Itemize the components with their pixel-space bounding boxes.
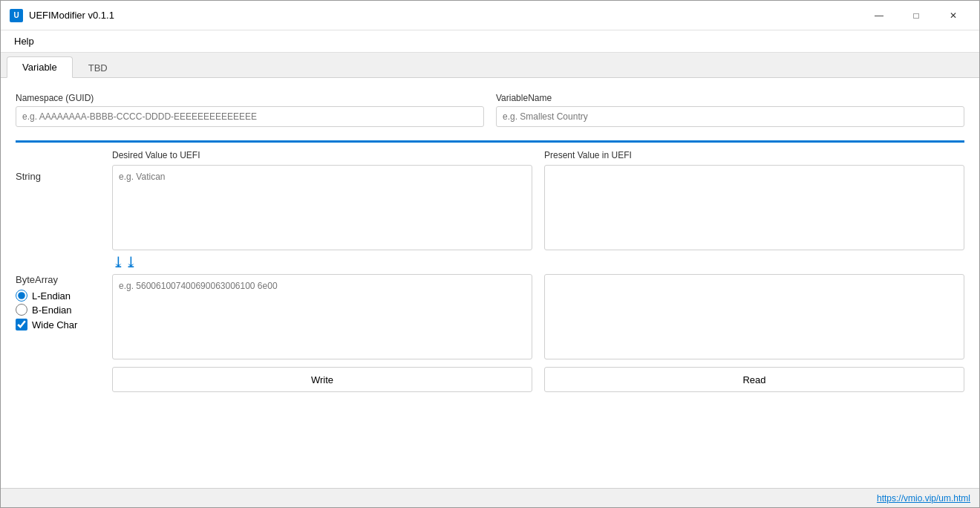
bytearray-present-textarea[interactable] bbox=[544, 274, 964, 359]
tab-bar: Variable TBD bbox=[1, 53, 979, 78]
app-icon: U bbox=[10, 9, 23, 22]
wide-char-label: Wide Char bbox=[32, 319, 77, 330]
namespace-group: Namespace (GUID) bbox=[16, 93, 484, 127]
radio-group: L-Endian B-Endian bbox=[16, 290, 112, 316]
namespace-label: Namespace (GUID) bbox=[16, 93, 484, 103]
double-chevron-icon: ⤓⤓ bbox=[112, 255, 137, 270]
blue-separator bbox=[16, 140, 964, 143]
varname-group: VariableName bbox=[496, 93, 964, 127]
lower-labels-row: Desired Value to UEFI Present Value in U… bbox=[112, 150, 964, 160]
read-button[interactable]: Read bbox=[544, 367, 964, 392]
string-row: String bbox=[16, 165, 964, 250]
bytearray-controls: ByteArray L-Endian B-Endian Wide Char bbox=[16, 274, 112, 330]
varname-label: VariableName bbox=[496, 93, 964, 103]
minimize-button[interactable]: — bbox=[862, 4, 896, 27]
radio-b-endian-input[interactable] bbox=[16, 304, 27, 316]
string-label: String bbox=[16, 165, 112, 182]
radio-l-endian-label: L-Endian bbox=[32, 290, 71, 302]
app-title: UEFIModifier v0.1.1 bbox=[29, 10, 862, 21]
radio-b-endian-label: B-Endian bbox=[32, 305, 71, 316]
title-bar: U UEFIModifier v0.1.1 — □ ✕ bbox=[1, 1, 979, 30]
bytearray-row: ByteArray L-Endian B-Endian Wide Char bbox=[16, 274, 964, 359]
radio-l-endian-input[interactable] bbox=[16, 290, 27, 302]
bytearray-label: ByteArray bbox=[16, 274, 112, 285]
varname-input[interactable] bbox=[496, 106, 964, 127]
radio-b-endian[interactable]: B-Endian bbox=[16, 304, 112, 316]
wide-char-checkbox[interactable] bbox=[16, 319, 27, 330]
buttons-row: Write Read bbox=[112, 367, 964, 392]
status-link[interactable]: https://vmio.vip/um.html bbox=[877, 493, 970, 504]
maximize-button[interactable]: □ bbox=[899, 4, 933, 27]
menu-item-help[interactable]: Help bbox=[7, 33, 42, 50]
desired-label: Desired Value to UEFI bbox=[112, 150, 532, 160]
checkbox-wide-char[interactable]: Wide Char bbox=[16, 319, 112, 330]
string-present-textarea[interactable] bbox=[544, 165, 964, 250]
main-content: Namespace (GUID) VariableName Desired Va… bbox=[1, 78, 979, 488]
lower-section: Desired Value to UEFI Present Value in U… bbox=[16, 150, 964, 473]
status-bar: https://vmio.vip/um.html bbox=[1, 488, 979, 507]
tab-variable[interactable]: Variable bbox=[7, 56, 73, 78]
window-controls: — □ ✕ bbox=[862, 4, 970, 27]
bytearray-desired-textarea[interactable] bbox=[112, 274, 532, 359]
string-textareas bbox=[112, 165, 964, 250]
radio-l-endian[interactable]: L-Endian bbox=[16, 290, 112, 302]
string-desired-textarea[interactable] bbox=[112, 165, 532, 250]
tab-tbd[interactable]: TBD bbox=[73, 57, 123, 78]
menu-bar: Help bbox=[1, 30, 979, 53]
namespace-input[interactable] bbox=[16, 106, 484, 127]
top-fields: Namespace (GUID) VariableName bbox=[16, 93, 964, 127]
write-button[interactable]: Write bbox=[112, 367, 532, 392]
chevron-row: ⤓⤓ bbox=[112, 255, 964, 270]
present-label: Present Value in UEFI bbox=[544, 150, 964, 160]
bytearray-textareas bbox=[112, 274, 964, 359]
close-button[interactable]: ✕ bbox=[936, 4, 970, 27]
